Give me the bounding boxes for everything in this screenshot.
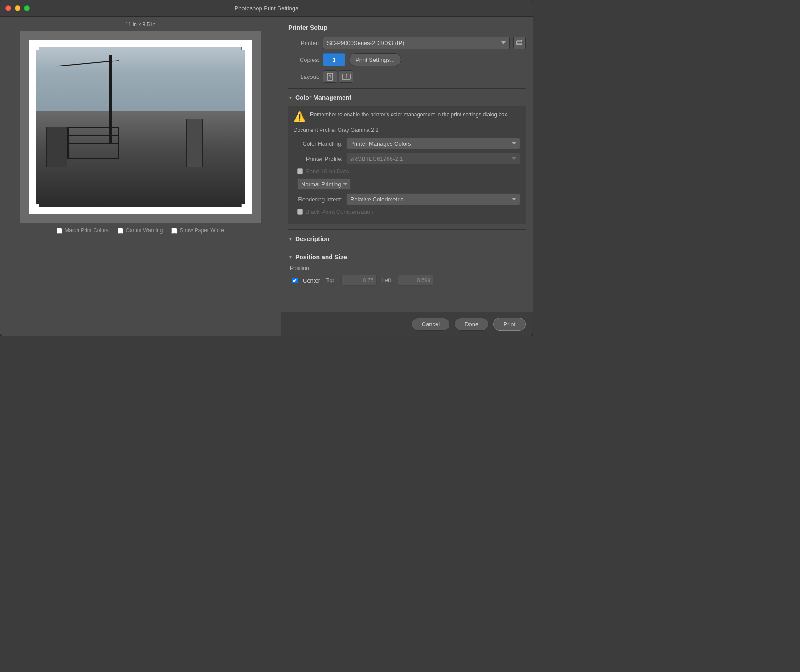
done-button[interactable]: Done [454,318,489,331]
layout-portrait-button[interactable] [323,70,337,83]
add-printer-button[interactable] [513,37,526,49]
bottom-checkboxes: Match Print Colors Gamut Warning Show Pa… [57,227,224,234]
description-section: ▼ Description [288,235,526,242]
black-point-label: Black Point Compensation [306,209,373,215]
cancel-button[interactable]: Cancel [412,318,450,331]
color-mgmt-box: ⚠️ Remember to enable the printer's colo… [288,106,526,224]
rendering-intent-select[interactable]: Perceptual Saturation Relative Colorimet… [346,193,520,205]
layout-row: Layout: [288,70,526,83]
warning-text: Remember to enable the printer's color m… [310,111,509,123]
description-header[interactable]: ▼ Description [288,235,526,242]
traffic-lights [5,5,30,11]
close-button[interactable] [5,5,11,11]
position-size-header[interactable]: ▼ Position and Size [288,254,526,261]
show-paper-white-checkbox[interactable] [171,228,177,234]
warning-row: ⚠️ Remember to enable the printer's colo… [294,111,520,123]
normal-printing-select[interactable]: Normal Printing Hard Proofing [297,178,351,190]
color-handling-row: Color Handling: Printer Manages Colors P… [294,138,520,149]
top-field-label: Top: [326,277,336,283]
match-print-colors-label: Match Print Colors [65,227,109,234]
print-button[interactable]: Print [493,318,526,331]
gamut-warning-checkbox[interactable] [118,228,123,234]
color-handling-select[interactable]: Printer Manages Colors Photoshop Manages… [346,138,520,149]
color-management-title: Color Management [295,94,351,101]
print-settings-button[interactable]: Print Settings... [349,53,401,66]
paper-white [29,40,252,214]
left-field-label: Left: [382,277,392,283]
window-title: Photoshop Print Settings [234,5,298,12]
layout-label: Layout: [288,74,319,80]
layout-landscape-button[interactable] [339,70,353,83]
position-collapse-icon: ▼ [288,255,293,260]
resize-handle-tl[interactable] [36,47,39,50]
divider-2 [288,229,526,230]
position-size-title: Position and Size [295,254,347,261]
minimize-button[interactable] [15,5,20,11]
printer-profile-select[interactable]: sRGB IEC61966-2.1 [346,153,520,164]
photo-gate [67,127,119,159]
left-panel: 11 in x 8.5 in [0,17,281,336]
match-print-colors-checkbox[interactable] [57,228,62,234]
printer-profile-label: Printer Profile: [294,156,343,162]
description-collapse-icon: ▼ [288,237,293,242]
black-point-checkbox[interactable] [297,209,303,215]
show-paper-white-item: Show Paper White [171,227,224,234]
photo-box-right [186,119,203,167]
color-management-section: ▼ Color Management ⚠️ Remember to enable… [288,94,526,224]
printer-setup-title: Printer Setup [288,24,526,31]
layout-buttons [323,70,353,83]
description-title: Description [295,235,330,242]
photo-box-left [46,127,67,167]
center-label: Center [303,277,320,284]
photo-sky [36,47,245,111]
divider-3 [288,248,526,248]
position-center-row: Center Top: Left: [288,275,526,286]
copies-input[interactable] [323,53,345,66]
main-window: Photoshop Print Settings 11 in x 8.5 in [0,0,533,336]
portrait-icon [327,73,334,81]
color-mgmt-collapse-icon: ▼ [288,95,293,100]
main-content: 11 in x 8.5 in [0,17,533,336]
maximize-button[interactable] [24,5,30,11]
send-16bit-row: Send 16-bit Data [294,168,520,175]
printer-row: Printer: SC-P9000Series-2D3C63 (IP) [288,37,526,49]
center-checkbox[interactable] [292,278,298,283]
right-panel: Printer Setup Printer: SC-P9000Series-2D… [281,17,533,336]
black-point-row: Black Point Compensation [294,209,520,215]
color-management-header[interactable]: ▼ Color Management [288,94,526,101]
photo-image [36,47,245,207]
left-input[interactable] [398,275,433,286]
show-paper-white-label: Show Paper White [180,227,224,234]
bottom-bar: Cancel Done Print [281,312,533,336]
gamut-warning-label: Gamut Warning [126,227,163,234]
divider-1 [288,88,526,89]
paper-size-label: 11 in x 8.5 in [125,21,155,28]
printer-add-icon [516,40,522,46]
resize-handle-bl[interactable] [36,204,39,207]
position-sub-label: Position [288,265,526,271]
printer-profile-row: Printer Profile: sRGB IEC61966-2.1 [294,153,520,164]
copies-label: Copies: [288,57,319,63]
warning-icon: ⚠️ [294,111,306,123]
top-input[interactable] [341,275,377,286]
send-16bit-label: Send 16-bit Data [306,168,349,175]
titlebar: Photoshop Print Settings [0,0,533,17]
svg-rect-2 [518,43,521,45]
rendering-intent-label: Rendering Intent: [294,196,343,203]
resize-handle-tr[interactable] [241,47,245,50]
printer-label: Printer: [288,40,319,46]
position-size-section: ▼ Position and Size Position Center Top:… [288,254,526,286]
photo-container [36,47,245,207]
gamut-warning-item: Gamut Warning [118,227,163,234]
resize-handle-br[interactable] [241,204,245,207]
paper-preview [20,31,261,223]
match-print-colors-item: Match Print Colors [57,227,109,234]
rendering-intent-row: Rendering Intent: Perceptual Saturation … [294,193,520,205]
doc-profile: Document Profile: Gray Gamma 2.2 [294,127,520,133]
copies-row: Copies: Print Settings... [288,53,526,66]
send-16bit-checkbox[interactable] [297,168,303,174]
normal-printing-row: Normal Printing Hard Proofing [294,178,520,190]
color-handling-label: Color Handling: [294,140,343,147]
right-scrollable[interactable]: Printer Setup Printer: SC-P9000Series-2D… [281,17,533,312]
printer-dropdown[interactable]: SC-P9000Series-2D3C63 (IP) [323,37,510,49]
